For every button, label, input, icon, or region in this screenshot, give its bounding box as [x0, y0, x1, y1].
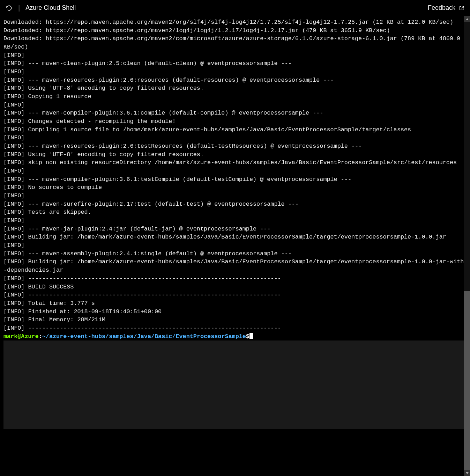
svg-marker-1	[466, 472, 469, 474]
scrollbar[interactable]	[464, 16, 470, 476]
terminal-line: [INFO] --- maven-clean-plugin:2.5:clean …	[3, 59, 467, 68]
terminal-line: [INFO]	[3, 241, 467, 250]
terminal-line: [INFO] ---------------------------------…	[3, 324, 467, 332]
terminal-line: [INFO] ---------------------------------…	[3, 291, 467, 299]
terminal-line: [INFO] Using 'UTF-8' encoding to copy fi…	[3, 151, 467, 159]
terminal-line: Downloaded: https://repo.maven.apache.or…	[3, 35, 467, 51]
terminal-line: [INFO] Building jar: /home/mark/azure-ev…	[3, 258, 467, 274]
feedback-link[interactable]: Feedback	[428, 4, 455, 12]
terminal-line: [INFO]	[3, 68, 467, 76]
terminal-line: [INFO]	[3, 167, 467, 175]
terminal-line: Downloaded: https://repo.maven.apache.or…	[3, 18, 467, 27]
header-title: Azure Cloud Shell	[25, 4, 76, 12]
header-divider: |	[18, 4, 20, 12]
terminal-prompt[interactable]: mark@Azure:~/azure-event-hubs/samples/Ja…	[3, 332, 467, 341]
terminal-line: [INFO] Final Memory: 28M/211M	[3, 316, 467, 324]
scrollbar-track[interactable]	[464, 22, 470, 470]
refresh-icon[interactable]	[6, 5, 13, 12]
terminal-line: [INFO]	[3, 51, 467, 60]
header-left: | Azure Cloud Shell	[6, 4, 76, 12]
terminal-line: [INFO] --- maven-resources-plugin:2.6:re…	[3, 76, 467, 85]
terminal-line: [INFO] Changes detected - recompiling th…	[3, 117, 467, 126]
prompt-user-host: mark@Azure	[3, 333, 39, 340]
terminal-output[interactable]: Downloaded: https://repo.maven.apache.or…	[0, 16, 470, 476]
terminal-line: [INFO] Using 'UTF-8' encoding to copy fi…	[3, 84, 467, 93]
svg-marker-0	[466, 18, 469, 20]
cursor	[249, 333, 253, 339]
terminal-line: [INFO] --- maven-jar-plugin:2.4:jar (def…	[3, 225, 467, 233]
terminal-line: [INFO] --- maven-compiler-plugin:3.6.1:c…	[3, 109, 467, 117]
prompt-symbol: $	[246, 333, 249, 340]
terminal-line: [INFO] Copying 1 resource	[3, 93, 467, 101]
terminal-line: [INFO] Building jar: /home/mark/azure-ev…	[3, 233, 467, 241]
terminal-line: Downloaded: https://repo.maven.apache.or…	[3, 27, 467, 35]
terminal-line: [INFO] Compiling 1 source file to /home/…	[3, 126, 467, 134]
scroll-down-button[interactable]	[464, 470, 470, 476]
terminal-line: [INFO]	[3, 134, 467, 142]
terminal-line: [INFO] BUILD SUCCESS	[3, 283, 467, 291]
terminal-line: [INFO] --- maven-resources-plugin:2.6:te…	[3, 142, 467, 151]
terminal-line: [INFO] --- maven-assembly-plugin:2.4.1:s…	[3, 250, 467, 258]
header-right: Feedback	[428, 4, 464, 12]
prompt-colon: :	[39, 333, 42, 340]
terminal-area: Downloaded: https://repo.maven.apache.or…	[0, 16, 470, 476]
terminal-line: [INFO] Total time: 3.777 s	[3, 299, 467, 308]
scroll-up-button[interactable]	[464, 16, 470, 22]
terminal-line: [INFO]	[3, 101, 467, 109]
terminal-empty-area	[3, 340, 467, 429]
cloud-shell-header: | Azure Cloud Shell Feedback	[0, 0, 470, 16]
terminal-line: [INFO] Finished at: 2018-09-18T19:40:51+…	[3, 308, 467, 316]
prompt-path: ~/azure-event-hubs/samples/Java/Basic/Ev…	[42, 333, 246, 340]
terminal-line: [INFO]	[3, 217, 467, 225]
external-link-icon[interactable]	[459, 5, 464, 11]
terminal-line: [INFO] --- maven-surefire-plugin:2.17:te…	[3, 200, 467, 208]
terminal-line: [INFO] --- maven-compiler-plugin:3.6.1:t…	[3, 175, 467, 184]
terminal-line: [INFO] No sources to compile	[3, 183, 467, 192]
terminal-line: [INFO] ---------------------------------…	[3, 274, 467, 283]
terminal-line: [INFO] Tests are skipped.	[3, 208, 467, 217]
scrollbar-thumb[interactable]	[464, 291, 470, 470]
terminal-line: [INFO]	[3, 192, 467, 200]
terminal-line: [INFO] skip non existing resourceDirecto…	[3, 159, 467, 167]
